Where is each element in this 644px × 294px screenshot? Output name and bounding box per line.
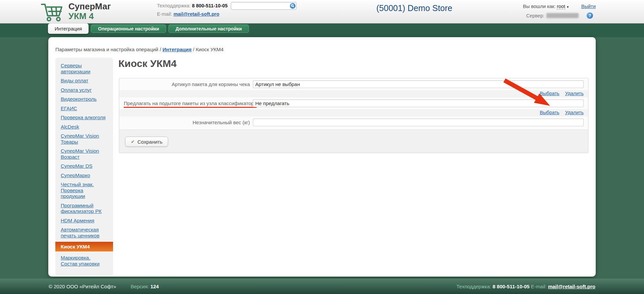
support-label: Техподдержка: [157,3,191,8]
help-icon[interactable]: ? [587,12,593,19]
email-link[interactable]: mail@retail-soft.pro [173,11,219,17]
form-panel: Артикул пакета для корзины чекаВыбратьУд… [119,78,588,153]
sidebar-item-16-active[interactable]: Киоск УКМ4 [55,242,113,251]
server-value-redacted [546,13,579,18]
server-line: Сервер: ? [526,12,593,19]
search-box [231,2,297,10]
breadcrumb-item: Киоск УКМ4 [196,47,224,52]
field-input[interactable] [253,99,584,107]
select-link[interactable]: Выбрать [540,91,559,96]
button-band: ✔ Сохранить [119,130,588,152]
sidebar-item-14[interactable]: HDM Армения [61,218,108,224]
version-value: 124 [150,284,159,289]
breadcrumb-item[interactable]: Интеграция [163,47,192,52]
sidebar-item-3[interactable]: Оплата услуг [61,87,108,93]
copyright: © 2020 ООО «Ритейл Софт» [49,284,116,289]
sidebar-item-4[interactable]: Видеоконтроль [61,96,108,102]
logo-line1: СуперМаг [68,2,111,11]
sidebar-item-8[interactable]: СуперМаг Vision Товары [61,133,108,145]
sidebar-item-9[interactable]: СуперМаг Vision Возраст [61,148,108,160]
search-input[interactable] [233,3,287,9]
logo-line2: УКМ 4 [68,11,111,21]
navbar: ИнтеграцияОперационные настройкиДополнит… [0,23,644,37]
sidebar-item-2[interactable]: Виды оплат [61,78,108,84]
sidebar-item-6[interactable]: Проверка алкоголя [61,115,108,121]
sidebar-item-15[interactable]: Автоматическая печать ценников [61,227,108,238]
sidebar-item-5[interactable]: ЕГАИС [61,105,108,112]
logged-in-label: Вы вошли как: [523,4,555,9]
search-icon[interactable] [290,3,296,9]
header: СуперМаг УКМ 4 Техподдержка: 8 800-511-1… [0,0,644,23]
sidebar-item-12[interactable]: Честный знак. Проверка продукции [61,181,108,199]
version-label: Версия: [130,284,149,289]
field-label: Незначительный вес (кг) [124,120,253,125]
save-button-label: Сохранить [138,139,163,145]
footer: © 2020 ООО «Ритейл Софт» Версия: 124 Тех… [0,279,644,294]
field-label: Предлагать на подытоге пакеты из узла кл… [124,100,253,106]
support-phone: 8 800-511-10-05 [192,3,227,8]
save-button[interactable]: ✔ Сохранить [125,137,168,147]
page-title: Киоск УКМ4 [118,58,176,69]
form-row: Незначительный вес (кг) [119,117,588,128]
sidebar-item-11[interactable]: СуперМарко [61,172,108,178]
footer-email-link[interactable]: mail@retail-soft.pro [548,284,595,289]
email-label: E-mail: [157,11,172,17]
form-row: Артикул пакета для корзины чека [119,78,588,90]
delete-link[interactable]: Удалить [565,91,584,96]
field-input[interactable] [253,119,584,126]
breadcrumb: Параметры магазина и настройка операций … [55,47,223,52]
breadcrumb-item: Параметры магазина и настройка операций [55,47,158,52]
sidebar: Серверы авторизацииВиды оплатОплата услу… [55,58,113,276]
sidebar-item-7[interactable]: AlcDesk [61,124,108,130]
chevron-down-icon: ▼ [566,5,569,9]
cart-logo-icon [40,2,64,22]
footer-support-phone: 8 800-511-10-05 [493,284,530,289]
header-support-block: Техподдержка: 8 800-511-10-05 E-mail: ma… [157,3,228,20]
footer-support-label: Техподдержка: [457,284,491,289]
breadcrumb-separator: / [192,47,196,52]
form-row: Предлагать на подытоге пакеты из узла кл… [119,97,588,109]
logout-link[interactable]: Выйти [581,4,596,9]
tab-3[interactable]: Дополнительные настройки [168,24,249,33]
field-label: Артикул пакета для корзины чека [124,81,253,87]
breadcrumb-separator: / [158,47,163,52]
content-card: Параметры магазина и настройка операций … [48,37,596,277]
delete-link[interactable]: Удалить [565,110,584,115]
tab-2[interactable]: Операционные настройки [91,24,166,33]
select-link[interactable]: Выбрать [540,110,559,115]
sidebar-item-1[interactable]: Серверы авторизации [61,63,108,74]
field-actions: ВыбратьУдалить [119,90,588,97]
sidebar-item-10[interactable]: СуперМаг DS [61,163,108,169]
field-actions: ВыбратьУдалить [119,109,588,117]
tab-bar: ИнтеграцияОперационные настройкиДополнит… [48,23,249,34]
logo: СуперМаг УКМ 4 [68,2,111,21]
tab-1[interactable]: Интеграция [48,23,89,34]
username-dropdown[interactable]: root [557,4,565,9]
sidebar-item-17[interactable]: Маркировка. Состав упаковки [61,255,108,267]
footer-email-label: E-mail: [531,284,547,289]
check-icon: ✔ [131,139,135,144]
field-input[interactable] [253,80,584,88]
server-label: Сервер: [526,13,544,18]
store-title: (50001) Demo Store [376,3,452,13]
user-line: Вы вошли как: root▼ Выйти [523,4,596,9]
sidebar-item-13[interactable]: Программный фискализатор РК [61,203,108,214]
